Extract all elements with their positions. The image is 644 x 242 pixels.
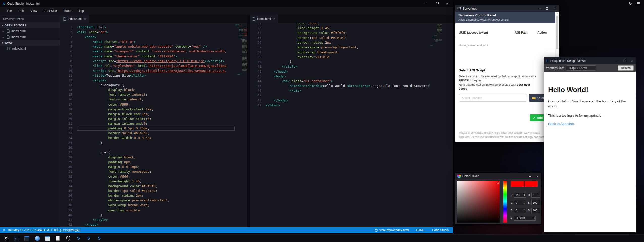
code-line[interactable]: border:solid #b1b1b1; [77, 131, 235, 135]
code-line[interactable]: <meta name="apple-mobile-web-app-capable… [77, 44, 235, 49]
maximize-button[interactable] [622, 59, 626, 63]
code-line[interactable]: padding:8px; [77, 160, 235, 164]
code-line[interactable]: word-wrap:break-word; [77, 203, 235, 208]
code-line[interactable]: } [266, 59, 429, 64]
code-line[interactable]: line-height:1.45; [266, 26, 429, 30]
code-line[interactable]: margin:0 0 10px; [77, 164, 235, 169]
taskbar-serverless-app[interactable] [65, 235, 71, 242]
minimize-button[interactable]: – [424, 2, 428, 6]
minimap[interactable]: color:#666; line-height:1.45; background… [429, 23, 442, 227]
status-language[interactable]: HTML [416, 228, 424, 232]
taskbar-window-app[interactable] [24, 235, 30, 242]
window-size-value[interactable]: 361px x 627px [566, 65, 596, 71]
remote-icon[interactable] [3, 229, 6, 232]
close-button[interactable]: × [553, 7, 557, 10]
saturation-value-picker[interactable] [457, 181, 500, 223]
code-line[interactable]: border:1px solid #e1e1e1; [77, 188, 235, 193]
code-line[interactable]: border-width:0 0 0 5px [77, 135, 235, 140]
code-line[interactable]: </html> [266, 103, 429, 108]
sidebar-file-item[interactable]: ×index.html [0, 28, 60, 34]
menu-item-font-size[interactable]: Font Size [41, 9, 60, 13]
menu-item-view[interactable]: View [27, 9, 41, 13]
code-line[interactable]: </head> [235, 74, 247, 75]
code-line[interactable]: <html lang="en"> [77, 30, 235, 34]
code-line[interactable]: </html> [430, 45, 441, 46]
code-editor[interactable]: 1234567891011121314151617181920212223242… [60, 23, 247, 227]
sidebar-section-open-editors[interactable]: ▾OPEN EDITORS [0, 22, 60, 28]
code-line[interactable]: border:1px solid #e1e1e1; [266, 35, 429, 40]
code-line[interactable]: font-family:inherit; [77, 92, 235, 97]
menu-icon[interactable] [637, 2, 640, 5]
spinner-icon[interactable]: ▲▼ [538, 194, 540, 196]
field-input-b[interactable]: 0▲▼ [514, 208, 526, 213]
taskbar-files-app[interactable] [44, 235, 51, 242]
restore-button[interactable] [435, 2, 439, 6]
code-line[interactable] [77, 145, 235, 150]
code-line[interactable]: </style> [77, 217, 235, 222]
location-input[interactable] [459, 94, 527, 102]
code-line[interactable]: font-family:monospace; [235, 60, 247, 62]
refresh-button[interactable]: Refresh [618, 65, 634, 71]
taskbar-code-studio-app[interactable]: S [75, 235, 82, 242]
field-input-r[interactable]: 255▲▼ [514, 193, 526, 198]
code-line[interactable]: blockquote { [77, 83, 235, 87]
code-line[interactable]: <!DOCTYPE html> [77, 25, 235, 30]
field-input-b[interactable]: 100▲▼ [531, 208, 540, 213]
code-line[interactable]: line-height:1.45; [77, 179, 235, 184]
maximize-button[interactable] [545, 7, 549, 10]
editor-group-divider[interactable] [247, 15, 250, 227]
code-line[interactable]: <body> [266, 74, 429, 79]
code-line[interactable]: word-wrap:break-word; [266, 50, 429, 55]
taskbar-notepad-app[interactable] [55, 235, 61, 242]
code-text[interactable]: color:#666; line-height:1.45; background… [266, 23, 429, 227]
code-line[interactable]: </head> [77, 222, 235, 227]
add-button[interactable]: ✓ Add [530, 114, 546, 121]
code-line[interactable]: font-size:inherit; [77, 97, 235, 102]
code-line[interactable]: padding:0 5px 0 20px; [77, 126, 235, 131]
spinner-icon[interactable]: ▲▼ [523, 194, 526, 196]
taskbar-browser-app[interactable] [34, 235, 40, 242]
hue-slider[interactable] [503, 181, 507, 223]
scroll-up-icon[interactable]: ▲ [555, 12, 559, 15]
code-line[interactable]: color:#999; [77, 102, 235, 107]
code-line[interactable]: </div> [266, 88, 429, 93]
code-line[interactable]: <script src="https://code.jquery.com/jqu… [77, 59, 235, 63]
title-bar[interactable]: S Code Studio - index.html – × [0, 0, 453, 7]
code-line[interactable]: <link rel="stylesheet" href="https://cdn… [77, 63, 235, 68]
field-input-g[interactable]: 0▲▼ [514, 200, 526, 205]
spinner-icon[interactable]: ▲▼ [538, 201, 540, 204]
tab-close-icon[interactable]: × [84, 17, 86, 21]
code-line[interactable]: <h1><br></h1><h1>Hello World!<br></h1><p… [266, 83, 429, 88]
code-editor[interactable]: 323334353637383940414243444546474849 col… [250, 23, 453, 227]
color-cursor[interactable] [497, 182, 499, 184]
code-line[interactable]: border-radius:2px; [266, 40, 429, 45]
field-input-h[interactable]: 0▲▼ [531, 193, 540, 198]
close-button[interactable]: × [630, 59, 633, 63]
taskbar-code-studio-app[interactable]: S [96, 235, 102, 242]
code-line[interactable]: display:block; [77, 155, 235, 160]
code-line[interactable]: display:block; [77, 87, 235, 92]
spinner-icon[interactable]: ▲▼ [523, 209, 526, 212]
sidebar-file-item[interactable]: ×index.html [0, 34, 60, 40]
tab-index-html[interactable]: index.html × [60, 15, 89, 23]
code-line[interactable]: overflow:visible [77, 208, 235, 213]
tab-close-icon[interactable]: × [273, 17, 275, 21]
code-line[interactable]: margin-block-end:1em; [77, 112, 235, 116]
field-input-s[interactable]: 100▲▼ [531, 200, 540, 205]
close-button[interactable]: × [536, 174, 539, 178]
close-button[interactable]: × [445, 2, 449, 6]
spinner-icon[interactable]: ▲▼ [523, 201, 526, 204]
code-line[interactable]: overflow:visible [266, 55, 429, 59]
code-line[interactable]: white-space:pre-wrap!important; [266, 45, 429, 50]
code-line[interactable]: <style> [77, 78, 235, 83]
sidebar-file-item[interactable]: index.html [0, 46, 60, 51]
minimize-button[interactable]: – [615, 59, 618, 63]
menu-item-file[interactable]: File [4, 9, 15, 13]
code-text[interactable]: <!DOCTYPE html><html lang="en"> <head> <… [77, 23, 235, 227]
code-line[interactable]: border-radius:2px; [77, 193, 235, 198]
spinner-icon[interactable]: ▲▼ [538, 209, 540, 212]
code-line[interactable]: font-family:monospace; [77, 169, 235, 174]
code-line[interactable]: background-color:#f9f9f9; [266, 30, 429, 35]
close-icon[interactable]: × [2, 36, 5, 39]
code-line[interactable]: color:#666; [266, 23, 429, 26]
